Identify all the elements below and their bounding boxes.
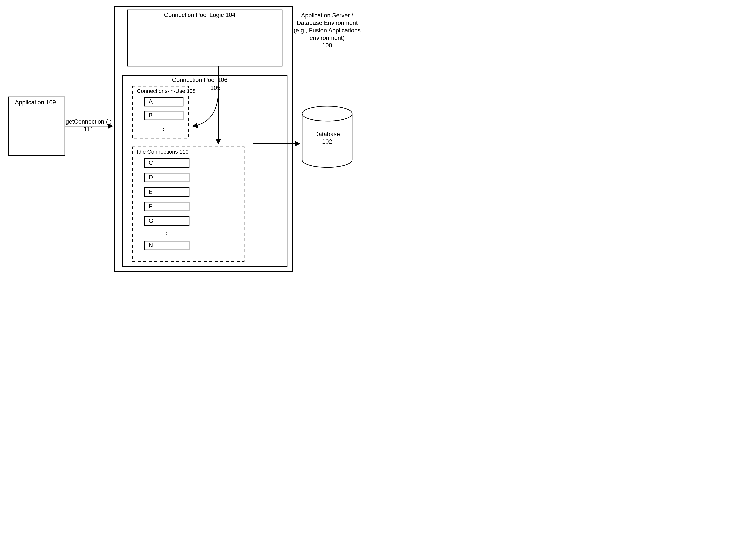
- connection-e-label: E: [149, 188, 153, 195]
- svg-point-0: [302, 106, 352, 121]
- pool-logic-label: Connection Pool Logic 104: [164, 11, 236, 18]
- connections-in-use-ellipsis: :: [163, 126, 165, 132]
- environment-label-5: 100: [322, 42, 332, 49]
- pool-box: [122, 75, 287, 266]
- environment-container: [115, 6, 292, 271]
- idle-ellipsis: :: [166, 229, 168, 236]
- environment-label-4: environment): [310, 34, 345, 41]
- environment-label-1: Application Server /: [301, 12, 353, 19]
- pool-label: Connection Pool 106: [172, 76, 228, 83]
- connection-c-label: C: [149, 159, 153, 166]
- getconnection-label: getConnection ( ): [66, 118, 112, 125]
- connection-d-label: D: [149, 174, 153, 180]
- database-num: 102: [322, 138, 332, 145]
- connection-a-label: A: [149, 98, 153, 105]
- connections-in-use-label: Connections-in-Use 108: [137, 88, 196, 94]
- connection-f-label: F: [149, 203, 152, 209]
- application-box: [9, 97, 65, 156]
- environment-label-2: Database Environment: [297, 19, 358, 26]
- idle-connections-label: Idle Connections 110: [137, 149, 189, 155]
- environment-label-3: (e.g., Fusion Applications: [294, 27, 361, 34]
- connection-n-label: N: [149, 242, 153, 248]
- connection-b-label: B: [149, 112, 153, 119]
- application-label: Application 109: [15, 99, 56, 106]
- connection-g-label: G: [149, 217, 153, 224]
- arrow-105-label: 105: [210, 84, 220, 91]
- arrow-105-curve: [193, 92, 218, 126]
- database-label: Database: [314, 131, 340, 137]
- pool-logic-box: [127, 10, 282, 66]
- diagram-root: Application Server / Database Environmen…: [0, 0, 378, 274]
- getconnection-num: 111: [84, 126, 94, 132]
